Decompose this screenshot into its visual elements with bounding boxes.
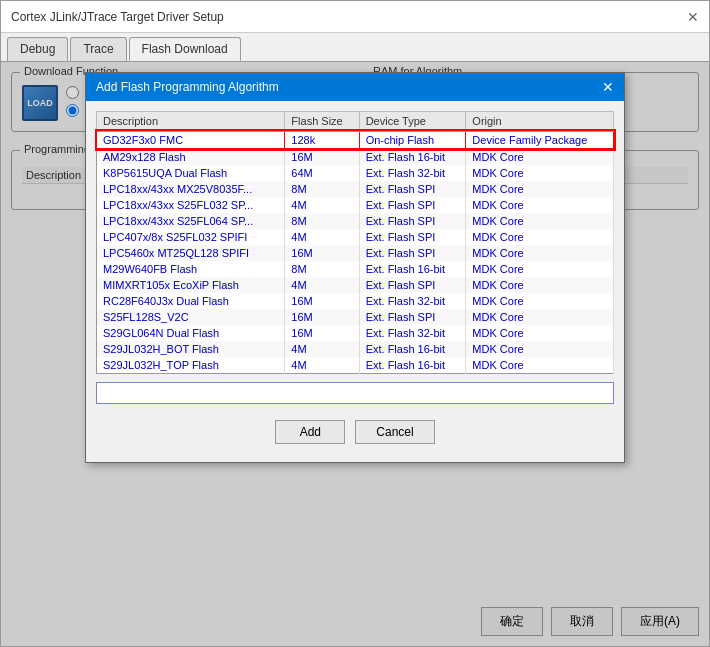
table-row[interactable]: LPC18xx/43xx S25FL032 SP...4MExt. Flash … [97,197,614,213]
table-row[interactable]: LPC18xx/43xx S25FL064 SP...8MExt. Flash … [97,213,614,229]
table-row[interactable]: LPC5460x MT25QL128 SPIFI16MExt. Flash SP… [97,245,614,261]
col-device-type: Device Type [359,112,466,132]
table-row[interactable]: MIMXRT105x EcoXiP Flash4MExt. Flash SPIM… [97,277,614,293]
window-close-button[interactable]: ✕ [687,9,699,25]
table-row[interactable]: M29W640FB Flash8MExt. Flash 16-bitMDK Co… [97,261,614,277]
dialog-buttons: Add Cancel [96,412,614,452]
dialog-body: Description Flash Size Device Type Origi… [86,101,624,462]
table-header-row: Description Flash Size Device Type Origi… [97,112,614,132]
tab-trace[interactable]: Trace [70,37,126,61]
window-title: Cortex JLink/JTrace Target Driver Setup [11,10,224,24]
table-row[interactable]: K8P5615UQA Dual Flash64MExt. Flash 32-bi… [97,165,614,181]
algo-table: Description Flash Size Device Type Origi… [96,111,614,374]
table-row[interactable]: S25FL128S_V2C16MExt. Flash SPIMDK Core [97,309,614,325]
table-row[interactable]: RC28F640J3x Dual Flash16MExt. Flash 32-b… [97,293,614,309]
table-row[interactable]: LPC18xx/43xx MX25V8035F...8MExt. Flash S… [97,181,614,197]
tab-flash-download[interactable]: Flash Download [129,37,241,61]
dialog-overlay: Add Flash Programming Algorithm ✕ Descri… [1,62,709,646]
search-input[interactable] [96,382,614,404]
table-row[interactable]: S29JL032H_BOT Flash4MExt. Flash 16-bitMD… [97,341,614,357]
table-row[interactable]: AM29x128 Flash16MExt. Flash 16-bitMDK Co… [97,149,614,166]
dialog-title-bar: Add Flash Programming Algorithm ✕ [86,73,624,101]
add-button[interactable]: Add [275,420,345,444]
dialog-close-button[interactable]: ✕ [602,79,614,95]
tab-debug[interactable]: Debug [7,37,68,61]
title-bar: Cortex JLink/JTrace Target Driver Setup … [1,1,709,33]
main-window: Cortex JLink/JTrace Target Driver Setup … [0,0,710,647]
table-row[interactable]: GD32F3x0 FMC128kOn-chip FlashDevice Fami… [97,131,614,149]
col-origin: Origin [466,112,614,132]
cancel-button[interactable]: Cancel [355,420,434,444]
tab-bar: Debug Trace Flash Download [1,33,709,62]
add-flash-dialog: Add Flash Programming Algorithm ✕ Descri… [85,72,625,463]
table-row[interactable]: LPC407x/8x S25FL032 SPIFI4MExt. Flash SP… [97,229,614,245]
col-description: Description [97,112,285,132]
col-flash-size: Flash Size [285,112,359,132]
table-row[interactable]: S29JL032H_TOP Flash4MExt. Flash 16-bitMD… [97,357,614,374]
main-content: Download Function LOAD Erase Full Chip E… [1,62,709,646]
dialog-title: Add Flash Programming Algorithm [96,80,279,94]
table-row[interactable]: S29GL064N Dual Flash16MExt. Flash 32-bit… [97,325,614,341]
